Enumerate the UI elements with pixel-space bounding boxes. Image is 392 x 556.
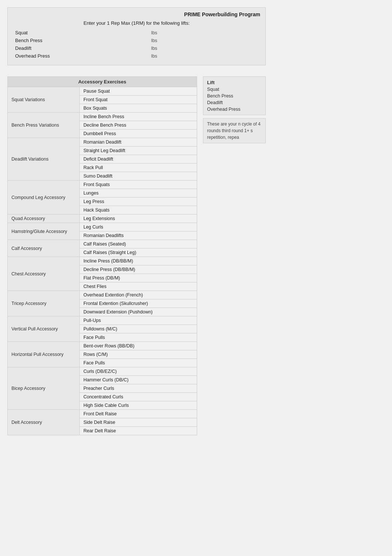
side-lift-item: Deadlift xyxy=(207,99,262,106)
exercise-cell: Dumbbell Press xyxy=(79,130,197,138)
exercise-cell: Sumo Deadlift xyxy=(79,172,197,181)
accessory-row: Deadlift VariationsRomanian Deadlift xyxy=(8,138,197,147)
exercise-cell: High Side Cable Curls xyxy=(79,401,197,410)
exercise-cell: Rows (C/M) xyxy=(79,350,197,359)
category-cell: Delt Accessory xyxy=(8,410,80,435)
exercise-cell: Pause Squat xyxy=(79,87,197,96)
exercise-cell: Rack Pull xyxy=(79,164,197,172)
lift-name: Bench Press xyxy=(13,37,149,44)
exercise-cell: Front Delt Raise xyxy=(79,410,197,418)
exercise-cell: Front Squat xyxy=(79,96,197,104)
accessory-row: Delt AccessoryFront Delt Raise xyxy=(8,410,197,418)
lifts-table: Squat lbs Bench Press lbs Deadlift lbs O… xyxy=(13,29,260,60)
exercise-cell: Preacher Curls xyxy=(79,384,197,393)
lift-unit: lbs xyxy=(149,52,261,60)
accessory-section: Accessory Exercises Squat VariationsPaus… xyxy=(7,76,266,435)
exercise-cell: Pull-Ups xyxy=(79,316,197,325)
exercise-cell: Rear Delt Raise xyxy=(79,427,197,435)
accessory-row: Bench Press VariationsIncline Bench Pres… xyxy=(8,113,197,121)
category-cell: Bench Press Variations xyxy=(8,113,80,138)
category-cell: Quad Accessory xyxy=(8,214,80,223)
exercise-cell: Romanian Deadlift xyxy=(79,138,197,147)
exercise-cell: Calf Raises (Seated) xyxy=(79,240,197,248)
exercise-cell: Hammer Curls (DB/C) xyxy=(79,376,197,384)
exercise-cell: Incline Bench Press xyxy=(79,113,197,121)
exercise-cell: Chest Flies xyxy=(79,282,197,291)
exercise-cell: Leg Curls xyxy=(79,223,197,231)
exercise-cell: Face Pulls xyxy=(79,333,197,342)
top-section: PRIME Powerbuilding Program Enter your 1… xyxy=(7,7,266,65)
exercise-cell: Straight Leg Deadlift xyxy=(79,147,197,155)
lift-unit: lbs xyxy=(149,44,261,52)
accessory-row: Compound Leg AccessoryFront Squats xyxy=(8,181,197,189)
accessory-row: Calf AccessoryCalf Raises (Seated) xyxy=(8,240,197,248)
exercise-cell: Hack Squats xyxy=(79,206,197,214)
category-cell: Hamstring/Glute Accessory xyxy=(8,223,80,240)
exercise-cell: Concentrated Curls xyxy=(79,393,197,401)
category-cell: Tricep Accessory xyxy=(8,291,80,316)
category-cell: Calf Accessory xyxy=(8,240,80,257)
category-cell: Deadlift Variations xyxy=(8,138,80,181)
lift-row: Overhead Press lbs xyxy=(13,52,260,60)
accessory-row: Horizontal Pull AccessoryBent-over Rows … xyxy=(8,342,197,350)
lift-list: Lift SquatBench PressDeadliftOverhead Pr… xyxy=(203,76,266,115)
lift-unit: lbs xyxy=(149,29,261,37)
exercise-cell: Frontal Extention (Skullcrusher) xyxy=(79,299,197,308)
category-cell: Vertical Pull Accessory xyxy=(8,316,80,342)
exercise-cell: Side Delt Raise xyxy=(79,418,197,427)
exercise-cell: Flat Press (DB/M) xyxy=(79,274,197,282)
exercise-cell: Decline Press (DB/BB/M) xyxy=(79,265,197,274)
lift-name: Squat xyxy=(13,29,149,37)
accessory-table: Accessory Exercises Squat VariationsPaus… xyxy=(7,76,197,435)
exercise-cell: Deficit Deadlift xyxy=(79,155,197,164)
accessory-row: Vertical Pull AccessoryPull-Ups xyxy=(8,316,197,325)
accessory-row: Squat VariationsPause Squat xyxy=(8,87,197,96)
accessory-row: Quad AccessoryLeg Extensions xyxy=(8,214,197,223)
exercise-cell: Bent-over Rows (BB/DB) xyxy=(79,342,197,350)
lift-row: Squat lbs xyxy=(13,29,260,37)
side-lift-item: Bench Press xyxy=(207,93,262,99)
exercise-cell: Calf Raises (Straight Leg) xyxy=(79,248,197,257)
exercise-cell: Leg Extensions xyxy=(79,214,197,223)
accessory-header: Accessory Exercises xyxy=(8,77,197,87)
exercise-cell: Lunges xyxy=(79,189,197,198)
accessory-row: Bicep AccessoryCurls (DB/EZ/C) xyxy=(8,367,197,376)
accessory-row: Tricep AccessoryOverhead Extention (Fren… xyxy=(8,291,197,299)
lift-unit: lbs xyxy=(149,37,261,44)
exercise-cell: Curls (DB/EZ/C) xyxy=(79,367,197,376)
category-cell: Squat Variations xyxy=(8,87,80,113)
accessory-row: Chest AccessoryIncline Press (DB/BB/M) xyxy=(8,257,197,265)
exercise-cell: Decline Bench Press xyxy=(79,121,197,130)
exercise-cell: Overhead Extention (French) xyxy=(79,291,197,299)
exercise-cell: Romanian Deadlifts xyxy=(79,231,197,240)
category-cell: Chest Accessory xyxy=(8,257,80,291)
accessory-row: Hamstring/Glute AccessoryLeg Curls xyxy=(8,223,197,231)
notes-box: These are your n cycle of 4 rounds third… xyxy=(203,118,266,143)
side-lift-item: Overhead Press xyxy=(207,106,262,113)
exercise-cell: Front Squats xyxy=(79,181,197,189)
lift-name: Deadlift xyxy=(13,44,149,52)
exercise-cell: Face Pulls xyxy=(79,359,197,367)
category-cell: Compound Leg Accessory xyxy=(8,181,80,214)
exercise-cell: Leg Press xyxy=(79,198,197,206)
exercise-cell: Pulldowns (M/C) xyxy=(79,325,197,333)
exercise-cell: Downward Extension (Pushdown) xyxy=(79,308,197,316)
exercise-cell: Incline Press (DB/BB/M) xyxy=(79,257,197,265)
page-wrapper: PRIME Powerbuilding Program Enter your 1… xyxy=(7,7,266,435)
accessory-table-wrapper: Accessory Exercises Squat VariationsPaus… xyxy=(7,76,197,435)
lift-row: Bench Press lbs xyxy=(13,37,260,44)
side-lift-item: Squat xyxy=(207,86,262,93)
category-cell: Bicep Accessory xyxy=(8,367,80,410)
enter-label: Enter your 1 Rep Max (1RM) for the follo… xyxy=(13,20,260,26)
lift-list-header: Lift xyxy=(207,79,262,86)
category-cell: Horizontal Pull Accessory xyxy=(8,342,80,367)
lift-row: Deadlift lbs xyxy=(13,44,260,52)
program-title: PRIME Powerbuilding Program xyxy=(13,11,260,17)
lift-name: Overhead Press xyxy=(13,52,149,60)
exercise-cell: Box Squats xyxy=(79,104,197,113)
side-panel: Lift SquatBench PressDeadliftOverhead Pr… xyxy=(203,76,266,143)
side-lifts: SquatBench PressDeadliftOverhead Press xyxy=(207,86,262,113)
